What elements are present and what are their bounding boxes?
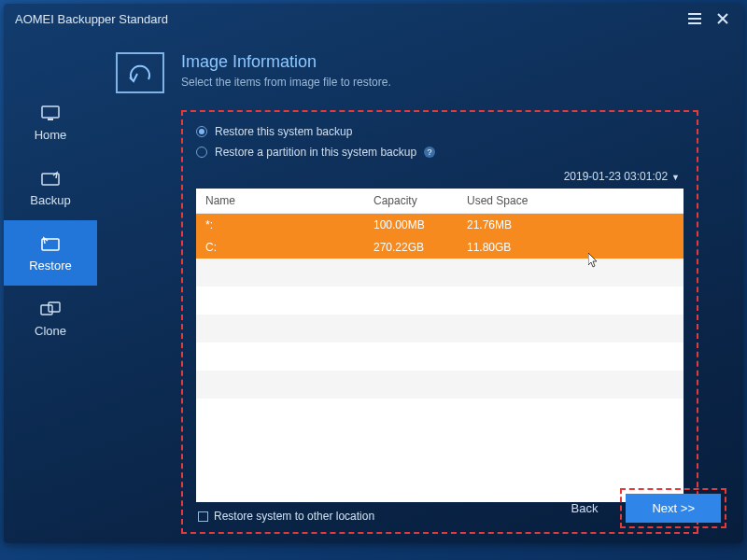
radio-label: Restore this system backup: [215, 125, 352, 138]
svg-rect-3: [42, 106, 59, 118]
sidebar-label: Backup: [30, 193, 70, 207]
page-subtitle: Select the items from image file to rest…: [181, 76, 391, 89]
sidebar-item-backup[interactable]: Backup: [4, 155, 97, 220]
footer: Back Next >>: [562, 488, 726, 528]
page-title: Image Information: [181, 52, 391, 72]
chevron-down-icon: ▼: [671, 173, 680, 182]
main: Image Information Select the items from …: [97, 34, 743, 543]
sidebar: Home Backup Restore Clone: [4, 34, 97, 543]
radio-restore-system[interactable]: Restore this system backup: [196, 125, 684, 138]
backup-icon: [39, 169, 62, 188]
radio-label: Restore a partition in this system backu…: [215, 146, 416, 159]
help-icon[interactable]: ?: [424, 147, 435, 158]
next-button[interactable]: Next >>: [626, 494, 721, 523]
radio-icon: [196, 147, 207, 158]
table-row[interactable]: *: 100.00MB 21.76MB: [196, 214, 684, 236]
table-row-empty: [196, 343, 684, 371]
cell-used: 21.76MB: [467, 218, 674, 231]
table-row-empty: [196, 371, 684, 399]
cursor-icon: [588, 253, 599, 268]
table-row-empty: [196, 259, 684, 287]
sidebar-item-clone[interactable]: Clone: [4, 286, 97, 351]
timestamp-value: 2019-01-23 03:01:02: [564, 170, 668, 183]
sidebar-label: Clone: [35, 324, 66, 338]
table-body: *: 100.00MB 21.76MB C: 270.22GB 11.80GB: [196, 214, 684, 502]
sidebar-item-restore[interactable]: Restore: [4, 220, 97, 286]
sidebar-label: Home: [35, 128, 67, 142]
svg-rect-4: [48, 119, 53, 120]
partition-table: Name Capacity Used Space *: 100.00MB 21.…: [196, 189, 684, 502]
menu-icon[interactable]: [685, 9, 704, 28]
app-window: AOMEI Backupper Standard Home Backup: [4, 4, 743, 543]
checkbox-label: Restore system to other location: [214, 510, 374, 523]
svg-rect-8: [49, 302, 60, 312]
cell-capacity: 100.00MB: [374, 218, 467, 231]
next-highlight-box: Next >>: [620, 488, 726, 528]
cell-used: 11.80GB: [467, 241, 674, 254]
timestamp-dropdown[interactable]: 2019-01-23 03:01:02▼: [196, 170, 680, 183]
home-icon: [39, 104, 62, 122]
table-row-empty: [196, 287, 684, 315]
radio-icon: [196, 126, 207, 137]
sidebar-label: Restore: [29, 259, 72, 273]
restore-icon: [39, 234, 62, 253]
col-capacity: Capacity: [374, 194, 467, 207]
radio-restore-partition[interactable]: Restore a partition in this system backu…: [196, 146, 684, 159]
svg-rect-1: [688, 18, 701, 20]
col-name: Name: [205, 194, 374, 207]
titlebar: AOMEI Backupper Standard: [4, 4, 743, 34]
app-title: AOMEI Backupper Standard: [15, 12, 168, 26]
image-info-icon: [116, 52, 164, 93]
svg-rect-2: [688, 22, 701, 24]
close-icon[interactable]: [713, 9, 732, 28]
table-header: Name Capacity Used Space: [196, 189, 684, 214]
page-header: Image Information Select the items from …: [116, 52, 698, 93]
cell-name: *:: [205, 218, 374, 231]
table-row[interactable]: C: 270.22GB 11.80GB: [196, 236, 684, 259]
table-row-empty: [196, 399, 684, 427]
checkbox-icon: [198, 511, 208, 522]
col-used: Used Space: [467, 194, 674, 207]
table-row-empty: [196, 315, 684, 343]
svg-rect-0: [688, 13, 701, 15]
sidebar-item-home[interactable]: Home: [4, 90, 97, 155]
cell-capacity: 270.22GB: [374, 241, 467, 254]
svg-rect-7: [41, 305, 52, 315]
body: Home Backup Restore Clone: [4, 34, 743, 543]
back-button[interactable]: Back: [562, 494, 608, 523]
cell-name: C:: [205, 241, 374, 254]
content-highlight-box: Restore this system backup Restore a par…: [181, 110, 698, 534]
clone-icon: [39, 300, 62, 318]
